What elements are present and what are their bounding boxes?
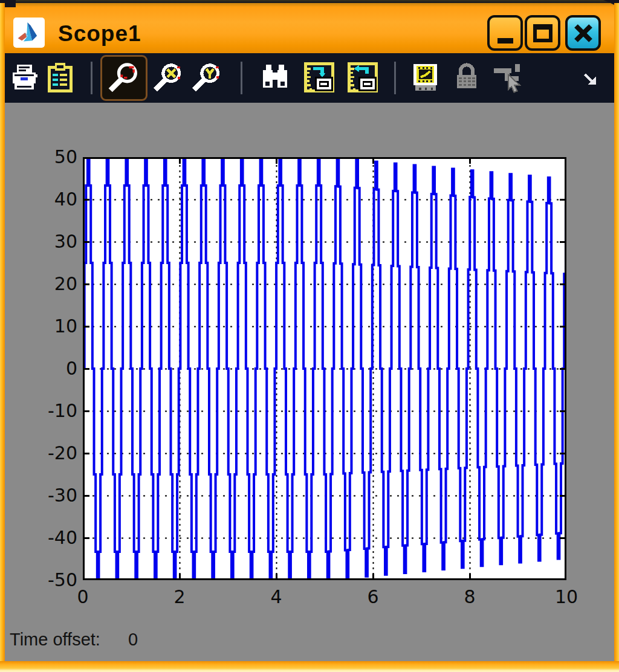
save-axes-button[interactable] — [301, 62, 339, 94]
window-title: Scope1 — [58, 21, 141, 47]
toolbar-separator — [91, 62, 92, 94]
binoculars-icon — [258, 63, 292, 93]
x-tick-label: 2 — [152, 586, 207, 607]
dock-arrow-icon — [582, 71, 599, 88]
window-border — [614, 3, 619, 661]
time-offset-value: 0 — [128, 630, 138, 649]
parameters-button[interactable] — [45, 62, 76, 94]
restore-axes-icon — [346, 62, 380, 94]
maximize-icon — [533, 24, 553, 42]
scope-client-area: -50-40-30-20-10010203040500246810 Time o… — [5, 103, 614, 661]
window-border — [0, 3, 5, 661]
toolbar — [5, 53, 614, 103]
toolbar-separator — [241, 62, 242, 94]
minimize-icon — [497, 38, 513, 44]
close-icon — [572, 22, 595, 45]
signal-selection-button[interactable] — [488, 62, 527, 94]
y-tick-label: 20 — [23, 273, 77, 294]
floating-scope-button[interactable] — [409, 62, 444, 94]
maximize-button[interactable] — [525, 15, 560, 51]
x-tick-label: 6 — [346, 586, 400, 607]
matlab-logo-icon — [13, 18, 45, 48]
scope-window: Scope1 — [0, 0, 619, 672]
time-offset-label: Time offset: — [10, 630, 100, 649]
zoom-icon — [108, 62, 140, 94]
y-tick-label: 40 — [23, 189, 77, 210]
y-tick-label: 50 — [23, 146, 77, 167]
zoom-x-icon — [152, 62, 184, 94]
floating-scope-icon — [410, 62, 442, 94]
minimize-button[interactable] — [487, 15, 523, 51]
y-tick-label: 10 — [23, 315, 77, 337]
scope-plot[interactable] — [83, 157, 566, 580]
autoscale-button[interactable] — [256, 62, 294, 94]
y-tick-label: 30 — [23, 231, 77, 252]
zoom-y-icon — [191, 62, 222, 94]
window-border — [0, 661, 619, 672]
y-tick-label: -40 — [23, 527, 77, 548]
restore-axes-button[interactable] — [345, 62, 382, 94]
printer-icon — [9, 63, 39, 93]
y-tick-label: -10 — [23, 400, 77, 421]
signal-selection-icon — [491, 62, 525, 94]
y-tick-label: -30 — [23, 485, 77, 506]
lock-icon — [452, 62, 481, 94]
y-tick-label: 0 — [23, 358, 77, 379]
x-tick-label: 10 — [539, 586, 594, 607]
x-tick-label: 0 — [56, 586, 110, 607]
zoom-y-button[interactable] — [191, 62, 222, 94]
print-button[interactable] — [8, 62, 40, 94]
parameters-icon — [45, 63, 76, 93]
dock-scope-button[interactable] — [580, 69, 601, 89]
x-tick-label: 8 — [442, 586, 497, 607]
title-bar[interactable]: Scope1 — [5, 3, 614, 53]
zoom-button[interactable] — [100, 55, 147, 101]
x-tick-label: 4 — [249, 586, 303, 607]
y-tick-label: -20 — [23, 442, 77, 464]
save-axes-icon — [303, 62, 337, 94]
time-offset-bar: Time offset:0 — [10, 630, 143, 650]
zoom-x-button[interactable] — [152, 62, 184, 94]
toolbar-separator — [394, 62, 396, 94]
close-button[interactable] — [565, 15, 601, 51]
lock-axes-button[interactable] — [450, 62, 484, 94]
